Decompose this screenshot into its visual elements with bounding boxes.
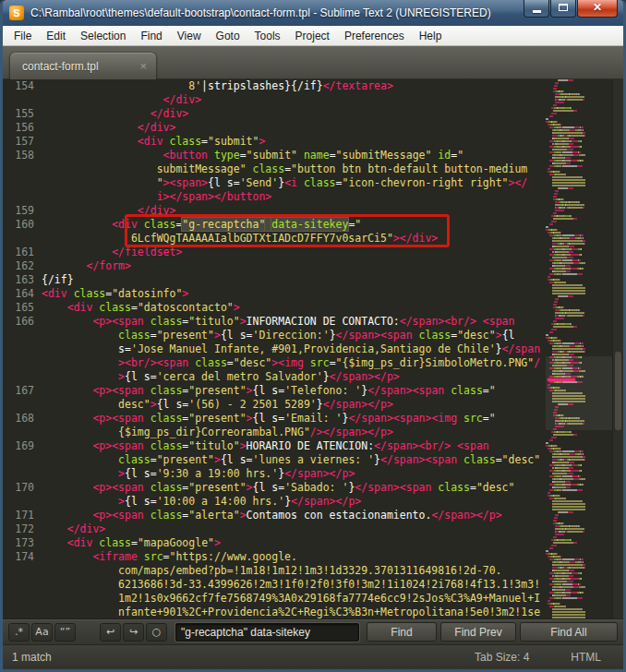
menu-edit[interactable]: Edit bbox=[39, 27, 73, 45]
find-input[interactable] bbox=[175, 623, 359, 642]
line-number: 166 bbox=[3, 315, 34, 329]
line-number: 154 bbox=[3, 79, 34, 93]
line-number: 156 bbox=[3, 121, 34, 135]
line-text: s='Jose Manuel Infante, #901,Providencia… bbox=[42, 342, 540, 355]
line-number: 172 bbox=[3, 522, 34, 536]
line-text: <p><span class="present">{l s='Telefono:… bbox=[42, 384, 496, 397]
wrap-search-toggle[interactable]: ↩ bbox=[100, 623, 121, 642]
code-line-161: 161 </fieldset> bbox=[3, 246, 546, 259]
menu-help[interactable]: Help bbox=[412, 27, 450, 45]
line-number: 164 bbox=[3, 287, 34, 301]
line-text: </div> bbox=[42, 522, 105, 535]
code-line-155: 155 </div> bbox=[3, 107, 546, 121]
code-line-164: 164<div class="datosinfo"> bbox=[3, 287, 546, 301]
tab-bar: contact-form.tpl × bbox=[3, 46, 623, 79]
line-number: 165 bbox=[3, 301, 34, 315]
line-number: 168 bbox=[3, 412, 34, 426]
line-text: 6213686!3d-33.4399626!2m3!1f0!2f0!3f0!3m… bbox=[42, 578, 540, 591]
window-controls: ✕ bbox=[523, 0, 618, 18]
line-text: ><br/><span class="desc"><img src="{$img… bbox=[42, 356, 540, 369]
tab-contact-form[interactable]: contact-form.tpl × bbox=[10, 53, 156, 79]
tab-close-icon[interactable]: × bbox=[139, 60, 147, 72]
code-line-170: 170 <p><span class="present">{l s='Sabad… bbox=[3, 481, 546, 495]
line-number: 171 bbox=[3, 509, 34, 522]
highlight-matches-toggle[interactable]: ○ bbox=[146, 623, 167, 642]
code-line-wrap: s='Jose Manuel Infante, #901,Providencia… bbox=[3, 342, 546, 356]
menu-file[interactable]: File bbox=[6, 27, 39, 45]
find-button[interactable]: Find bbox=[367, 622, 437, 642]
line-number: 174 bbox=[3, 550, 34, 564]
minimap-match-marker bbox=[548, 378, 575, 381]
find-bar: .*Aa“”↩↪○ FindFind PrevFind All bbox=[3, 618, 623, 644]
line-text: <div class="g-recaptcha" data-sitekey=" bbox=[42, 218, 361, 231]
code-line-166: 166 <p><span class="titulo">INFORMACION … bbox=[3, 315, 546, 329]
line-text: com/maps/embed?pb=!1m18!1m12!1m3!1d3329.… bbox=[42, 564, 502, 577]
line-text: </form> bbox=[42, 259, 131, 272]
maximize-button[interactable] bbox=[550, 0, 576, 18]
code-line-156: 156 </div> bbox=[3, 121, 546, 135]
scrollbar-thumb[interactable] bbox=[615, 352, 621, 430]
line-text: nfante+901%2C+Providencia%2C+Regi%C3%B3n… bbox=[42, 606, 540, 618]
tab-label: contact-form.tpl bbox=[22, 60, 99, 73]
whole-word-toggle[interactable]: “” bbox=[54, 623, 76, 642]
minimap-viewport[interactable] bbox=[546, 356, 612, 430]
case-sensitive-toggle[interactable]: Aa bbox=[31, 623, 53, 642]
in-selection-toggle[interactable]: ↪ bbox=[123, 623, 144, 642]
code-line-wrap: >{l s='9:30 a 19:00 hrs.'}</span></p> bbox=[3, 467, 546, 481]
menu-find[interactable]: Find bbox=[133, 27, 169, 45]
line-text: <div class="datoscontacto"> bbox=[42, 301, 240, 314]
close-button[interactable]: ✕ bbox=[577, 0, 618, 18]
line-text: </div> bbox=[42, 107, 188, 120]
vertical-scrollbar[interactable] bbox=[612, 79, 623, 618]
line-text: {$img_ps_dir}Correorambal.PNG"/></span><… bbox=[42, 426, 393, 438]
code-line-wrap: {$img_ps_dir}Correorambal.PNG"/></span><… bbox=[3, 426, 546, 439]
menu-bar: FileEditSelectionFindViewGotoToolsProjec… bbox=[3, 26, 623, 46]
line-text: <p><span class="present">{l s='Sabado: '… bbox=[42, 481, 514, 494]
maximize-icon bbox=[559, 4, 568, 11]
find-button-group: FindFind PrevFind All bbox=[363, 622, 618, 642]
line-text: "><span>{l s='Send'}<i class="icon-chevr… bbox=[42, 176, 527, 189]
menu-project[interactable]: Project bbox=[288, 27, 337, 45]
tab-size-indicator[interactable]: Tab Size: 4 bbox=[475, 651, 529, 664]
code-line-172: 172 </div> bbox=[3, 522, 546, 536]
line-text: 1m2!1s0x9662cf7fe7568749%3A0x29168fa7774… bbox=[42, 592, 540, 605]
line-number: 157 bbox=[3, 135, 34, 149]
code-line-wrap: desc">{l s='(56) - 2 2501 5289'}</span><… bbox=[3, 398, 546, 412]
line-text: class="present">{l s='Direccion:'}</span… bbox=[42, 329, 514, 342]
menu-goto[interactable]: Goto bbox=[209, 27, 247, 45]
line-text: </div> bbox=[42, 204, 175, 217]
menu-tools[interactable]: Tools bbox=[247, 27, 288, 45]
line-number: 173 bbox=[3, 536, 34, 550]
line-number: 159 bbox=[3, 204, 34, 218]
find-prev-button[interactable]: Find Prev bbox=[440, 622, 516, 642]
code-line-169: 169 <p><span class="titulo">HORARIO DE A… bbox=[3, 439, 546, 453]
line-text: <p><span class="present">{l s='Email: '}… bbox=[42, 412, 496, 425]
minimap[interactable] bbox=[546, 79, 612, 618]
code-line-wrap: nfante+901%2C+Providencia%2C+Regi%C3%B3n… bbox=[3, 606, 546, 618]
menu-view[interactable]: View bbox=[170, 27, 209, 45]
line-text: <p><span class="titulo">HORARIO DE ATENC… bbox=[42, 439, 489, 452]
line-text: submitMessage" class="button btn btn-def… bbox=[42, 162, 527, 175]
regex-toggle[interactable]: .* bbox=[8, 623, 30, 642]
code-editor[interactable]: 154 8'|stripslashes}{/if}</textarea> </d… bbox=[3, 79, 623, 618]
window-title: C:\Rambal\root\themes\default-bootstrap\… bbox=[30, 6, 491, 19]
code-line-154: 154 8'|stripslashes}{/if}</textarea> bbox=[3, 79, 546, 93]
find-all-button[interactable]: Find All bbox=[520, 622, 618, 642]
code-line-160: 160 <div class="g-recaptcha" data-siteke… bbox=[3, 218, 546, 232]
minimap-content bbox=[546, 79, 612, 618]
code-line-173: 173 <div class="mapaGoogle"> bbox=[3, 536, 546, 550]
line-number: 161 bbox=[3, 246, 34, 259]
menu-selection[interactable]: Selection bbox=[73, 27, 133, 45]
code-line-167: 167 <p><span class="present">{l s='Telef… bbox=[3, 384, 546, 398]
code-line-159: 159 </div> bbox=[3, 204, 546, 218]
code-area[interactable]: 154 8'|stripslashes}{/if}</textarea> </d… bbox=[3, 79, 546, 618]
menu-preferences[interactable]: Preferences bbox=[337, 27, 412, 45]
minimize-icon bbox=[533, 10, 541, 13]
line-text: 8'|stripslashes}{/if}</textarea> bbox=[42, 79, 393, 92]
code-line-163: 163{/if} bbox=[3, 273, 546, 287]
syntax-indicator[interactable]: HTML bbox=[571, 651, 601, 664]
code-line-158: 158 <button type="submit" name="submitMe… bbox=[3, 149, 546, 162]
minimize-button[interactable] bbox=[524, 0, 549, 18]
title-bar[interactable]: S C:\Rambal\root\themes\default-bootstra… bbox=[3, 0, 623, 26]
code-line-wrap: com/maps/embed?pb=!1m18!1m12!1m3!1d3329.… bbox=[3, 564, 546, 578]
